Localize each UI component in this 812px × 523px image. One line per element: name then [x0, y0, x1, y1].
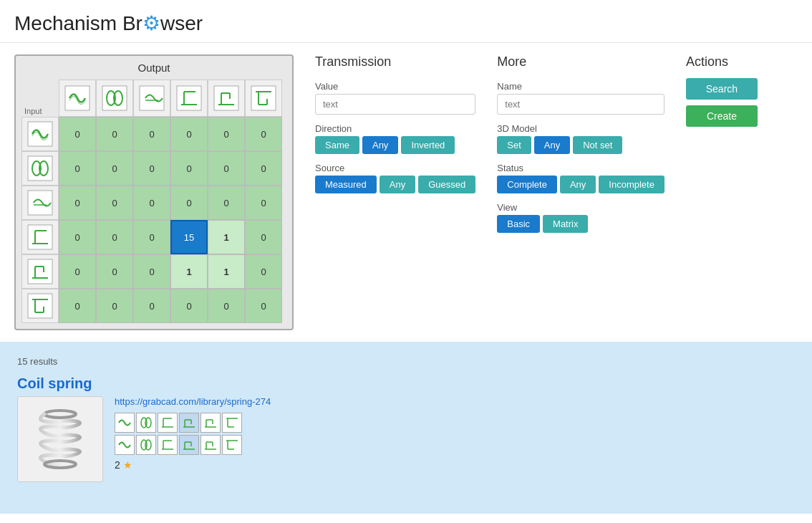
- cell-5-1[interactable]: 0: [96, 289, 133, 323]
- cell-3-4[interactable]: 1: [208, 220, 245, 254]
- cell-3-0[interactable]: 0: [59, 220, 96, 254]
- cell-0-0[interactable]: 0: [59, 117, 96, 151]
- more-title: More: [497, 54, 664, 69]
- sym-1-3: [158, 413, 178, 433]
- result-rating: 2 ★: [115, 459, 271, 471]
- cell-2-3[interactable]: 0: [170, 186, 208, 220]
- svg-rect-30: [28, 259, 52, 284]
- cell-2-2[interactable]: 0: [133, 186, 170, 220]
- cell-3-3[interactable]: 15: [170, 220, 208, 254]
- cell-5-5[interactable]: 0: [245, 289, 282, 323]
- output-header-3[interactable]: [133, 80, 170, 117]
- create-button[interactable]: Create: [686, 105, 758, 127]
- cell-1-2[interactable]: 0: [133, 151, 170, 186]
- cell-1-5[interactable]: 0: [245, 151, 282, 186]
- cell-5-0[interactable]: 0: [59, 289, 96, 323]
- cell-4-0[interactable]: 0: [59, 254, 96, 289]
- svg-rect-10: [214, 86, 238, 110]
- status-btn-group: Complete Any Incomplete: [497, 176, 664, 193]
- view-matrix-button[interactable]: Matrix: [543, 215, 588, 233]
- value-input[interactable]: [315, 94, 475, 115]
- cell-1-0[interactable]: 0: [59, 151, 96, 186]
- cell-4-1[interactable]: 0: [96, 254, 133, 289]
- row-header-3[interactable]: [21, 186, 59, 220]
- source-group: Source Measured Any Guessed: [315, 163, 475, 193]
- more-panel: More Name 3D Model Set Any Not set Statu…: [497, 54, 664, 233]
- status-group: Status Complete Any Incomplete: [497, 163, 664, 193]
- result-item: Coil spring: [17, 375, 795, 482]
- row-header-4[interactable]: [21, 220, 59, 254]
- result-link[interactable]: https://grabcad.com/library/spring-274: [115, 396, 271, 407]
- status-complete-button[interactable]: Complete: [497, 176, 557, 193]
- view-group: View Basic Matrix: [497, 202, 664, 233]
- svg-rect-15: [251, 86, 276, 110]
- status-any-button[interactable]: Any: [560, 176, 596, 193]
- cell-3-5[interactable]: 0: [245, 220, 282, 254]
- cell-5-2[interactable]: 0: [133, 289, 170, 323]
- model-any-button[interactable]: Any: [534, 136, 570, 154]
- source-measured-button[interactable]: Measured: [315, 176, 377, 193]
- cell-0-1[interactable]: 0: [96, 117, 133, 151]
- cell-1-3[interactable]: 0: [170, 151, 208, 186]
- sym-2-3: [158, 435, 178, 455]
- search-button[interactable]: Search: [686, 78, 758, 100]
- matrix-widget: Output Input: [14, 54, 294, 330]
- cell-4-5[interactable]: 0: [245, 254, 282, 289]
- symbol-row-2: [115, 435, 271, 455]
- cell-5-3[interactable]: 0: [170, 289, 208, 323]
- cell-1-1[interactable]: 0: [96, 151, 133, 186]
- row-header-6[interactable]: [21, 289, 59, 323]
- view-btn-group: Basic Matrix: [497, 215, 664, 233]
- top-section: Output Input: [0, 43, 812, 342]
- result-content: Coil spring: [17, 375, 271, 482]
- transmission-panel: Transmission Value Direction Same Any In…: [315, 54, 475, 233]
- name-field-group: Name: [497, 81, 664, 115]
- cell-2-5[interactable]: 0: [245, 186, 282, 220]
- sym-1-5: [200, 413, 221, 433]
- model-set-button[interactable]: Set: [497, 136, 531, 154]
- cell-1-4[interactable]: 0: [208, 151, 245, 186]
- cell-4-4[interactable]: 1: [208, 254, 245, 289]
- sym-2-5: [200, 435, 221, 455]
- status-incomplete-button[interactable]: Incomplete: [599, 176, 664, 193]
- name-label: Name: [497, 81, 664, 92]
- name-input[interactable]: [497, 94, 664, 115]
- cell-0-2[interactable]: 0: [133, 117, 170, 151]
- output-header-2[interactable]: [96, 80, 133, 117]
- output-header-5[interactable]: [208, 80, 245, 117]
- sym-1-2: [136, 413, 156, 433]
- output-header-1[interactable]: [59, 80, 96, 117]
- model-notset-button[interactable]: Not set: [573, 136, 622, 154]
- direction-any-button[interactable]: Any: [362, 136, 398, 154]
- cell-2-1[interactable]: 0: [96, 186, 133, 220]
- direction-inverted-button[interactable]: Inverted: [401, 136, 455, 154]
- cell-2-0[interactable]: 0: [59, 186, 96, 220]
- cell-2-4[interactable]: 0: [208, 186, 245, 220]
- row-header-2[interactable]: [21, 151, 59, 186]
- cell-3-1[interactable]: 0: [96, 220, 133, 254]
- cell-0-5[interactable]: 0: [245, 117, 282, 151]
- model-label: 3D Model: [497, 123, 664, 134]
- result-image: [17, 396, 103, 482]
- cell-4-3[interactable]: 1: [170, 254, 208, 289]
- output-header-6[interactable]: [245, 80, 282, 117]
- cell-0-3[interactable]: 0: [170, 117, 208, 151]
- sym-1-6: [222, 413, 242, 433]
- cell-4-2[interactable]: 0: [133, 254, 170, 289]
- cell-0-4[interactable]: 0: [208, 117, 245, 151]
- result-details: https://grabcad.com/library/spring-274: [115, 396, 271, 471]
- matrix-title: Output: [21, 62, 286, 74]
- sym-2-6: [222, 435, 242, 455]
- source-any-button[interactable]: Any: [380, 176, 415, 193]
- row-header-5[interactable]: [21, 254, 59, 289]
- output-header-4[interactable]: [170, 80, 208, 117]
- direction-btn-group: Same Any Inverted: [315, 136, 475, 154]
- view-basic-button[interactable]: Basic: [497, 215, 540, 233]
- source-guessed-button[interactable]: Guessed: [418, 176, 475, 193]
- cell-3-2[interactable]: 0: [133, 220, 170, 254]
- cell-5-4[interactable]: 0: [208, 289, 245, 323]
- value-field-group: Value: [315, 81, 475, 115]
- result-title[interactable]: Coil spring: [17, 375, 271, 392]
- direction-same-button[interactable]: Same: [315, 136, 359, 154]
- row-header-1[interactable]: [21, 117, 59, 151]
